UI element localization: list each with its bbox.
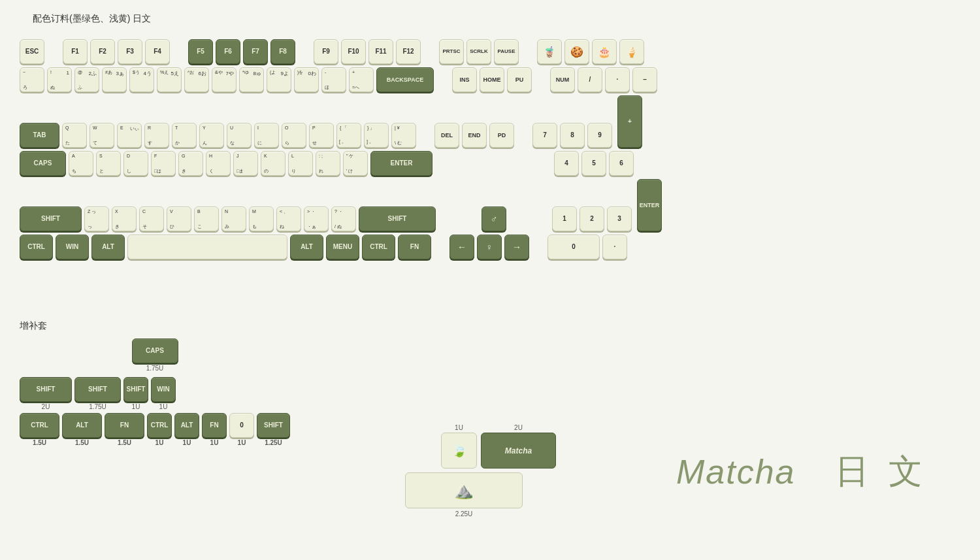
key-nummul[interactable]: ·: [605, 67, 630, 92]
key-shift-175u[interactable]: SHIFT: [74, 377, 121, 402]
key-alt-1u[interactable]: ALT: [174, 413, 199, 438]
key-ctrl-1u[interactable]: CTRL: [147, 413, 172, 438]
key-quote[interactable]: " ケ ' け: [343, 151, 368, 176]
key-semicolon[interactable]: : ; れ: [316, 151, 340, 176]
key-y[interactable]: Y ん: [199, 123, 224, 148]
key-rshift[interactable]: SHIFT: [359, 206, 436, 231]
key-t[interactable]: T か: [172, 123, 197, 148]
key-minus[interactable]: - ほ: [321, 67, 346, 92]
key-shift-2u[interactable]: SHIFT: [20, 377, 72, 402]
key-num5[interactable]: 5: [581, 151, 606, 176]
key-f9[interactable]: F9: [314, 39, 338, 64]
key-tilde[interactable]: ~ ろ: [20, 67, 44, 92]
key-esc[interactable]: ESC: [20, 39, 44, 64]
key-lshift[interactable]: SHIFT: [20, 206, 82, 231]
key-n[interactable]: N み: [221, 206, 246, 231]
key-alt-15u[interactable]: ALT: [62, 413, 102, 438]
key-win[interactable]: WIN: [56, 235, 89, 259]
key-num[interactable]: NUM: [550, 67, 575, 92]
key-del[interactable]: DEL: [434, 123, 459, 148]
key-pgup[interactable]: PU: [507, 67, 532, 92]
key-num9[interactable]: 9: [587, 123, 612, 148]
key-ctrl[interactable]: CTRL: [20, 235, 53, 259]
key-r[interactable]: R す: [144, 123, 169, 148]
key-tab[interactable]: TAB: [20, 123, 59, 148]
key-alt[interactable]: ALT: [91, 235, 125, 259]
key-f[interactable]: F □は: [151, 151, 176, 176]
key-scrlk[interactable]: SCRLK: [466, 39, 491, 64]
key-emoji-icecream[interactable]: 🍦: [619, 39, 644, 64]
key-f2[interactable]: F2: [90, 39, 115, 64]
key-k[interactable]: K の: [261, 151, 286, 176]
key-7[interactable]: &や 7や: [212, 67, 237, 92]
key-equal[interactable]: + =へ: [349, 67, 374, 92]
key-shift-1u[interactable]: SHIFT: [123, 377, 148, 402]
key-9[interactable]: (よ 9よ: [267, 67, 291, 92]
key-2[interactable]: @ 2ふ ふ: [74, 67, 99, 92]
key-ctrl-15u[interactable]: CTRL: [20, 413, 59, 438]
key-l[interactable]: L り: [288, 151, 313, 176]
key-menu[interactable]: MENU: [326, 235, 359, 259]
key-rbracket[interactable]: } 」 ] 。: [364, 123, 389, 148]
key-down-arrow[interactable]: ♀: [477, 235, 502, 259]
key-home[interactable]: HOME: [480, 67, 504, 92]
key-g[interactable]: G き: [178, 151, 203, 176]
key-num1[interactable]: 1: [552, 206, 577, 231]
key-right-arrow[interactable]: →: [504, 235, 529, 259]
key-0[interactable]: )を 0わ: [294, 67, 319, 92]
key-d[interactable]: D し: [123, 151, 148, 176]
key-emoji-cookie[interactable]: 🍪: [564, 39, 589, 64]
key-numenter[interactable]: ENTER: [637, 179, 662, 231]
key-num6[interactable]: 6: [609, 151, 634, 176]
key-i[interactable]: I に: [254, 123, 279, 148]
key-f4[interactable]: F4: [145, 39, 170, 64]
key-caps[interactable]: CAPS: [20, 151, 66, 176]
key-backspace[interactable]: BACKSPACE: [376, 67, 434, 92]
key-f8[interactable]: F8: [270, 39, 295, 64]
key-emoji-bubble-tea[interactable]: 🧋: [537, 39, 562, 64]
key-numplus[interactable]: +: [617, 95, 642, 148]
key-f6[interactable]: F6: [216, 39, 240, 64]
key-pause[interactable]: PAUSE: [494, 39, 519, 64]
key-b[interactable]: B こ: [194, 206, 219, 231]
key-rctrl[interactable]: CTRL: [362, 235, 395, 259]
key-1[interactable]: ! 1 ぬ: [47, 67, 72, 92]
key-f10[interactable]: F10: [341, 39, 366, 64]
key-w[interactable]: W て: [90, 123, 114, 148]
key-o[interactable]: O ら: [282, 123, 306, 148]
key-comma[interactable]: < 、 ね: [276, 206, 301, 231]
key-4[interactable]: $う 4う: [129, 67, 154, 92]
key-m[interactable]: M も: [249, 206, 274, 231]
key-f7[interactable]: F7: [243, 39, 268, 64]
key-3[interactable]: #あ 3ぁ: [102, 67, 127, 92]
key-num3[interactable]: 3: [607, 206, 632, 231]
key-end[interactable]: END: [462, 123, 487, 148]
key-period[interactable]: > ・ ・ぁ: [304, 206, 329, 231]
key-f3[interactable]: F3: [118, 39, 142, 64]
key-f12[interactable]: F12: [396, 39, 421, 64]
key-h[interactable]: H く: [206, 151, 231, 176]
key-caps-sup[interactable]: CAPS: [132, 338, 178, 363]
key-slash[interactable]: ? ・ / ぬ: [331, 206, 356, 231]
key-f1[interactable]: F1: [63, 39, 88, 64]
key-fn-1u[interactable]: FN: [202, 413, 227, 438]
key-enter[interactable]: ENTER: [370, 151, 433, 176]
key-win-1u[interactable]: WIN: [151, 377, 176, 402]
key-prtsc[interactable]: PRTSC: [439, 39, 464, 64]
key-f5[interactable]: F5: [188, 39, 213, 64]
key-shift-125u[interactable]: SHIFT: [257, 413, 290, 438]
key-num7[interactable]: 7: [532, 123, 557, 148]
key-backslash[interactable]: | ¥ \ む: [391, 123, 416, 148]
key-emoji-cake[interactable]: 🎂: [592, 39, 617, 64]
key-numslash[interactable]: /: [578, 67, 602, 92]
key-num4[interactable]: 4: [554, 151, 579, 176]
key-up-arrow-placeholder[interactable]: ♂: [482, 206, 506, 231]
key-u[interactable]: U な: [227, 123, 252, 148]
key-fn-15u[interactable]: FN: [105, 413, 144, 438]
key-v[interactable]: V ひ: [167, 206, 191, 231]
key-pgdn[interactable]: PD: [489, 123, 514, 148]
key-p[interactable]: P せ: [309, 123, 334, 148]
key-j[interactable]: J □ま: [233, 151, 258, 176]
key-6[interactable]: ^お 6お: [184, 67, 209, 92]
key-num2[interactable]: 2: [580, 206, 604, 231]
